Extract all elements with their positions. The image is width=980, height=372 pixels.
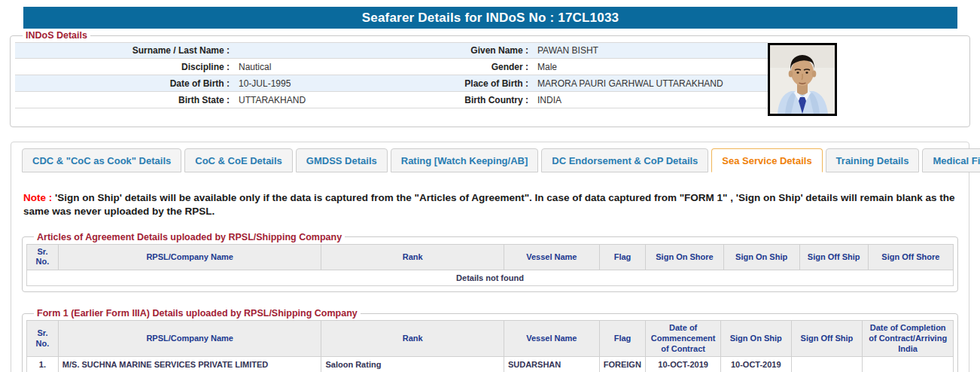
seafarer-details-page: Seafarer Details for INDoS No : 17CL1033… <box>0 7 980 372</box>
note-label: Note : <box>23 192 52 203</box>
col-sr-no: Sr. No. <box>27 244 59 270</box>
cell-completion-date <box>863 357 954 372</box>
indos-details-section: INDoS Details Surname / Last Name : Give… <box>10 30 970 127</box>
birth-state-value: UTTARAKHAND <box>237 95 423 105</box>
col-date-of-commencement: Date of Commencement of Contract <box>646 321 721 357</box>
details-not-found-message: Details not found <box>27 270 954 286</box>
discipline-value: Nautical <box>237 62 423 72</box>
tab-bar: CDC & "CoC as Cook" Details CoC & CoE De… <box>22 148 958 172</box>
form1-header-row: Sr. No. RPSL/Company Name Rank Vessel Na… <box>27 321 954 357</box>
place-of-birth-label: Place of Birth : <box>423 78 536 89</box>
col-sign-off-shore: Sign Off Shore <box>868 244 953 270</box>
col-vessel-name: Vessel Name <box>504 321 599 357</box>
col-sign-on-ship: Sign On Ship <box>720 321 791 357</box>
cell-sr-no: 1. <box>27 357 59 372</box>
col-sr-no: Sr. No. <box>27 321 59 357</box>
articles-empty-row: Details not found <box>27 270 954 286</box>
col-flag: Flag <box>599 321 646 357</box>
seafarer-photo <box>768 43 837 116</box>
cell-rank: Saloon Rating <box>321 357 504 372</box>
discipline-label: Discipline : <box>15 62 237 72</box>
indos-row-discipline: Discipline : Nautical Gender : Male <box>15 59 768 75</box>
indos-row-state-country: Birth State : UTTARAKHAND Birth Country … <box>15 92 768 108</box>
tab-training[interactable]: Training Details <box>826 148 920 172</box>
articles-of-agreement-section: Articles of Agreement Details uploaded b… <box>22 232 958 293</box>
birth-country-label: Birth Country : <box>423 95 536 105</box>
place-of-birth-value: MARORA PAURI GARHWAL UTTARAKHAND <box>536 78 768 89</box>
page-title-bar: Seafarer Details for INDoS No : 17CL1033 <box>23 7 957 29</box>
form1-section: Form 1 (Earlier Form IIIA) Details uploa… <box>22 308 958 372</box>
cell-vessel-name: SUDARSHAN <box>504 357 599 372</box>
page-title: Seafarer Details for INDoS No : 17CL1033 <box>362 11 619 26</box>
indos-details-grid: Surname / Last Name : Given Name : PAWAN… <box>15 42 768 108</box>
col-sign-on-ship: Sign On Ship <box>723 244 799 270</box>
indos-row-name: Surname / Last Name : Given Name : PAWAN… <box>15 42 768 59</box>
given-name-value: PAWAN BISHT <box>536 45 768 56</box>
birth-state-label: Birth State : <box>15 95 237 105</box>
date-of-birth-value: 10-JUL-1995 <box>237 78 423 89</box>
cell-flag: FOREIGN <box>599 357 646 372</box>
tab-rating-watch-keeping[interactable]: Rating [Watch Keeping/AB] <box>391 148 539 172</box>
col-rpsl-company-name: RPSL/Company Name <box>58 321 321 357</box>
indos-details-body: Surname / Last Name : Given Name : PAWAN… <box>15 42 965 116</box>
cell-sign-on-ship: 10-OCT-2019 <box>720 357 791 372</box>
col-rank: Rank <box>321 321 504 357</box>
gender-value: Male <box>536 62 768 72</box>
col-sign-on-shore: Sign On Shore <box>646 244 723 270</box>
surname-label: Surname / Last Name : <box>15 45 237 56</box>
articles-of-agreement-legend: Articles of Agreement Details uploaded b… <box>34 232 345 242</box>
indos-row-birth: Date of Birth : 10-JUL-1995 Place of Bir… <box>15 75 768 92</box>
col-rpsl-company-name: RPSL/Company Name <box>58 244 321 270</box>
cell-commencement-date: 10-OCT-2019 <box>646 357 721 372</box>
sea-service-tab-panel: CDC & "CoC as Cook" Details CoC & CoE De… <box>11 142 969 372</box>
indos-details-legend: INDoS Details <box>23 30 90 41</box>
tab-dc-endorsement-cop[interactable]: DC Endorsement & CoP Details <box>541 148 708 172</box>
tab-sea-service[interactable]: Sea Service Details <box>711 148 822 172</box>
tab-gmdss[interactable]: GMDSS Details <box>296 148 388 172</box>
gender-label: Gender : <box>423 62 536 72</box>
cell-company-name: M/S. SUCHNA MARINE SERVICES PRIVATE LIMI… <box>58 357 321 372</box>
birth-country-value: INDIA <box>536 95 768 105</box>
given-name-label: Given Name : <box>423 45 536 56</box>
form1-table: Sr. No. RPSL/Company Name Rank Vessel Na… <box>26 320 954 372</box>
tab-coc-coe[interactable]: CoC & CoE Details <box>184 148 293 172</box>
date-of-birth-label: Date of Birth : <box>15 78 237 89</box>
note-body: 'Sign on Ship' details will be available… <box>23 192 954 217</box>
sign-on-ship-note: Note : 'Sign on Ship' details will be av… <box>23 191 957 218</box>
form1-legend: Form 1 (Earlier Form IIIA) Details uploa… <box>34 308 361 319</box>
col-date-of-completion: Date of Completion of Contract/Arriving … <box>863 321 954 357</box>
cell-sign-off-ship <box>791 357 863 372</box>
seafarer-photo-image <box>770 45 835 114</box>
col-sign-off-ship: Sign Off Ship <box>799 244 868 270</box>
articles-of-agreement-table: Sr. No. RPSL/Company Name Rank Vessel Na… <box>26 244 954 287</box>
tab-cdc-coc-as-cook[interactable]: CDC & "CoC as Cook" Details <box>22 148 181 172</box>
col-vessel-name: Vessel Name <box>504 244 599 270</box>
form1-data-row: 1. M/S. SUCHNA MARINE SERVICES PRIVATE L… <box>27 357 954 372</box>
tab-medical-fitness[interactable]: Medical Fitness Certificate <box>922 148 980 172</box>
col-rank: Rank <box>321 244 504 270</box>
col-flag: Flag <box>599 244 646 270</box>
col-sign-off-ship: Sign Off Ship <box>791 321 863 357</box>
articles-header-row: Sr. No. RPSL/Company Name Rank Vessel Na… <box>27 244 954 270</box>
